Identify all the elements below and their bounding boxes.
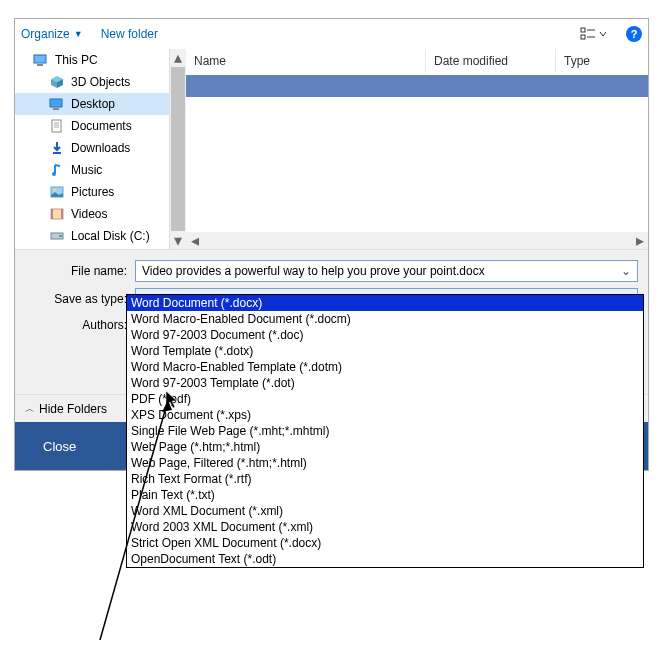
nav-label: Music bbox=[71, 163, 102, 177]
help-icon[interactable]: ? bbox=[626, 26, 642, 42]
close-button[interactable]: Close bbox=[15, 439, 104, 454]
svg-point-13 bbox=[52, 172, 56, 176]
dropdown-item[interactable]: OpenDocument Text (*.odt) bbox=[127, 551, 643, 567]
col-date-label: Date modified bbox=[434, 54, 508, 68]
svg-rect-6 bbox=[50, 99, 62, 107]
dropdown-item[interactable]: Word 2003 XML Document (*.xml) bbox=[127, 519, 643, 535]
col-type-label: Type bbox=[564, 54, 590, 68]
close-label: Close bbox=[43, 439, 76, 454]
svg-rect-0 bbox=[581, 28, 585, 32]
organize-menu[interactable]: Organize ▼ bbox=[21, 27, 83, 41]
cube-icon bbox=[49, 75, 65, 89]
svg-rect-18 bbox=[61, 209, 63, 219]
nav-music[interactable]: Music bbox=[15, 159, 169, 181]
scroll-thumb[interactable] bbox=[171, 67, 185, 231]
dropdown-item[interactable]: Rich Text Format (*.rtf) bbox=[127, 471, 643, 487]
view-options-button[interactable] bbox=[576, 24, 614, 44]
dropdown-item[interactable]: Word 97-2003 Document (*.doc) bbox=[127, 327, 643, 343]
scroll-down-icon[interactable]: ▾ bbox=[170, 232, 186, 249]
dropdown-item[interactable]: Word Template (*.dotx) bbox=[127, 343, 643, 359]
scroll-up-icon[interactable]: ▴ bbox=[170, 49, 186, 66]
dropdown-item[interactable]: Strict Open XML Document (*.docx) bbox=[127, 535, 643, 551]
svg-rect-8 bbox=[52, 120, 61, 132]
svg-rect-1 bbox=[581, 35, 585, 39]
file-hscroll[interactable]: ◂ ▸ bbox=[186, 232, 648, 249]
nav-this-pc[interactable]: This PC bbox=[15, 49, 169, 71]
view-icon bbox=[580, 27, 610, 41]
dropdown-item[interactable]: Web Page, Filtered (*.htm;*.html) bbox=[127, 455, 643, 471]
nav-label: Local Disk (C:) bbox=[71, 229, 150, 243]
caret-down-icon: ▼ bbox=[74, 29, 83, 39]
nav-local-disk[interactable]: Local Disk (C:) bbox=[15, 225, 169, 247]
nav-label: Pictures bbox=[71, 185, 114, 199]
nav-pane: This PC 3D Objects Desktop Documents bbox=[15, 49, 169, 249]
column-headers: Name Date modified Type bbox=[186, 49, 648, 73]
download-icon bbox=[49, 141, 65, 155]
dialog-toolbar: Organize ▼ New folder ? bbox=[15, 19, 648, 49]
nav-videos[interactable]: Videos bbox=[15, 203, 169, 225]
dropdown-item[interactable]: Word Document (*.docx) bbox=[127, 295, 643, 311]
dropdown-item[interactable]: Word XML Document (*.xml) bbox=[127, 503, 643, 519]
dropdown-item[interactable]: Single File Web Page (*.mht;*.mhtml) bbox=[127, 423, 643, 439]
selected-file-row[interactable] bbox=[186, 75, 648, 97]
nav-desktop[interactable]: Desktop bbox=[15, 93, 169, 115]
music-icon bbox=[49, 163, 65, 177]
svg-rect-20 bbox=[59, 235, 62, 237]
documents-icon bbox=[49, 119, 65, 133]
nav-scrollbar[interactable]: ▴ ▾ bbox=[169, 49, 186, 249]
saveas-label: Save as type: bbox=[25, 292, 135, 306]
dropdown-item[interactable]: Word 97-2003 Template (*.dot) bbox=[127, 375, 643, 391]
scroll-left-icon[interactable]: ◂ bbox=[186, 231, 203, 250]
dropdown-item[interactable]: Web Page (*.htm;*.html) bbox=[127, 439, 643, 455]
new-folder-label: New folder bbox=[101, 27, 158, 41]
authors-label: Authors: bbox=[25, 316, 135, 332]
filename-value: Video provides a powerful way to help yo… bbox=[142, 264, 485, 278]
hide-folders-button[interactable]: ︿ Hide Folders bbox=[25, 402, 107, 416]
svg-point-15 bbox=[54, 189, 57, 192]
nav-label: Desktop bbox=[71, 97, 115, 111]
col-type[interactable]: Type bbox=[556, 49, 648, 73]
svg-rect-7 bbox=[53, 108, 59, 110]
chevron-down-icon[interactable]: ⌄ bbox=[621, 264, 631, 278]
new-folder-button[interactable]: New folder bbox=[101, 27, 158, 41]
nav-label: 3D Objects bbox=[71, 75, 130, 89]
hide-folders-label: Hide Folders bbox=[39, 402, 107, 416]
nav-label: Documents bbox=[71, 119, 132, 133]
dropdown-item[interactable]: Plain Text (*.txt) bbox=[127, 487, 643, 503]
desktop-icon bbox=[49, 97, 65, 111]
nav-pictures[interactable]: Pictures bbox=[15, 181, 169, 203]
disk-icon bbox=[49, 229, 65, 243]
dropdown-item[interactable]: PDF (*.pdf) bbox=[127, 391, 643, 407]
col-name[interactable]: Name bbox=[186, 49, 426, 73]
nav-label: Downloads bbox=[71, 141, 130, 155]
filename-label: File name: bbox=[25, 264, 135, 278]
svg-rect-4 bbox=[34, 55, 46, 63]
chevron-up-icon: ︿ bbox=[25, 402, 35, 416]
svg-rect-5 bbox=[37, 64, 43, 66]
filename-input[interactable]: Video provides a powerful way to help yo… bbox=[135, 260, 638, 282]
dropdown-item[interactable]: Word Macro-Enabled Template (*.dotm) bbox=[127, 359, 643, 375]
file-list-blank bbox=[186, 97, 648, 232]
svg-rect-17 bbox=[51, 209, 53, 219]
organize-label: Organize bbox=[21, 27, 70, 41]
col-date[interactable]: Date modified bbox=[426, 49, 556, 73]
monitor-icon bbox=[33, 53, 49, 67]
saveas-type-dropdown[interactable]: Word Document (*.docx)Word Macro-Enabled… bbox=[126, 294, 644, 568]
nav-label: This PC bbox=[55, 53, 98, 67]
nav-label: Videos bbox=[71, 207, 107, 221]
nav-downloads[interactable]: Downloads bbox=[15, 137, 169, 159]
col-name-label: Name bbox=[194, 54, 226, 68]
videos-icon bbox=[49, 207, 65, 221]
dropdown-item[interactable]: Word Macro-Enabled Document (*.docm) bbox=[127, 311, 643, 327]
file-list-area: Name Date modified Type ◂ ▸ bbox=[186, 49, 648, 249]
dropdown-item[interactable]: XPS Document (*.xps) bbox=[127, 407, 643, 423]
nav-3d-objects[interactable]: 3D Objects bbox=[15, 71, 169, 93]
pictures-icon bbox=[49, 185, 65, 199]
file-browser: This PC 3D Objects Desktop Documents bbox=[15, 49, 648, 249]
nav-documents[interactable]: Documents bbox=[15, 115, 169, 137]
scroll-right-icon[interactable]: ▸ bbox=[631, 231, 648, 250]
